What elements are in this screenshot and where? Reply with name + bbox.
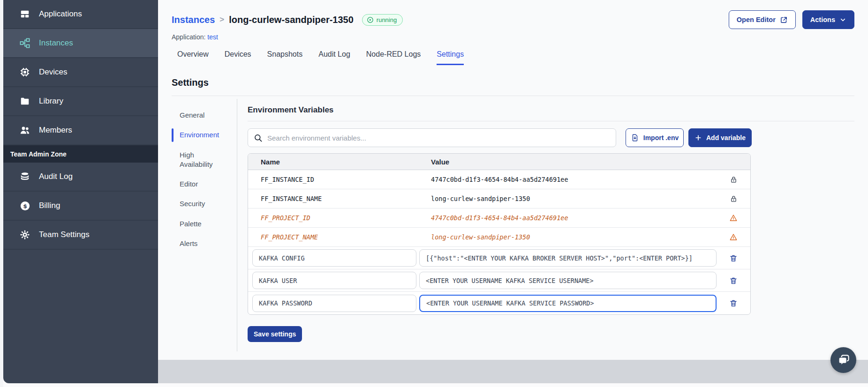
external-link-icon [780, 16, 788, 24]
chat-bubbles-icon [837, 353, 851, 367]
env-var-name-input[interactable] [252, 272, 416, 289]
tab-snapshots[interactable]: Snapshots [267, 50, 303, 65]
env-var-name-input[interactable] [252, 249, 416, 267]
search-box [248, 128, 616, 147]
bottom-gray-band [158, 360, 868, 383]
sidebar-item-billing[interactable]: $ Billing [3, 192, 158, 221]
table-row: FF_INSTANCE_NAME long-curlew-sandpiper-1… [248, 189, 750, 208]
sidebar-item-label: Members [39, 126, 72, 135]
save-settings-button[interactable]: Save settings [248, 326, 302, 342]
team-settings-gear-icon [19, 229, 30, 240]
table-header-row: Name Value [248, 154, 750, 170]
breadcrumb-instances-link[interactable]: Instances [172, 15, 215, 25]
applications-icon [19, 8, 30, 20]
sidebar-item-devices[interactable]: Devices [3, 58, 158, 87]
sidebar-item-audit-log[interactable]: Audit Log [3, 163, 158, 192]
env-var-value-input-focused[interactable] [419, 295, 717, 312]
column-header-name: Name [248, 158, 419, 166]
settings-nav-security[interactable]: Security [172, 194, 237, 214]
environment-toolbar: Import .env Add variable [248, 128, 854, 147]
sidebar-item-applications[interactable]: Applications [3, 0, 158, 29]
settings-section: Settings General Environment High Availa… [158, 65, 868, 351]
settings-nav-editor[interactable]: Editor [172, 174, 237, 194]
application-line: Application: test [172, 33, 854, 41]
env-var-value: 4747c0bd-d1f3-4654-84b4-aa5d274691ee [419, 214, 717, 222]
sidebar-item-team-settings[interactable]: Team Settings [3, 221, 158, 250]
settings-nav-palette[interactable]: Palette [172, 214, 237, 234]
application-label: Application: [172, 33, 205, 41]
environment-variables-table: Name Value FF_INSTANCE_ID 4747c0bd-d1f3-… [248, 153, 751, 315]
env-var-name: FF_PROJECT_NAME [248, 233, 419, 241]
sidebar-section-label: Team Admin Zone [10, 150, 67, 158]
sidebar-item-label: Billing [39, 201, 60, 210]
tab-node-red-logs[interactable]: Node-RED Logs [366, 50, 421, 65]
page-left-gutter [0, 0, 3, 387]
actions-label: Actions [810, 16, 835, 23]
trash-icon [729, 254, 738, 262]
sidebar-item-library[interactable]: Library [3, 87, 158, 116]
env-var-value-input[interactable] [419, 272, 717, 289]
page-header: Instances > long-curlew-sandpiper-1350 r… [158, 0, 868, 41]
settings-nav-high-availability[interactable]: High Availability [172, 145, 237, 175]
chat-widget-button[interactable] [830, 347, 856, 373]
table-row [248, 292, 750, 314]
delete-variable-button[interactable] [728, 298, 739, 308]
instance-tabs: Overview Devices Snapshots Audit Log Nod… [158, 50, 868, 65]
lock-icon [730, 195, 738, 203]
delete-variable-button[interactable] [728, 275, 739, 286]
instances-icon [19, 37, 30, 49]
table-row: FF_PROJECT_ID 4747c0bd-d1f3-4654-84b4-aa… [248, 208, 750, 228]
tab-audit-log[interactable]: Audit Log [318, 50, 350, 65]
search-input[interactable] [267, 134, 610, 142]
environment-panel: Environment Variables Import .env Add va… [237, 99, 854, 351]
devices-icon [19, 67, 30, 78]
open-editor-button[interactable]: Open Editor [729, 10, 796, 29]
sidebar-item-label: Library [39, 97, 63, 106]
tab-overview[interactable]: Overview [177, 50, 209, 65]
add-variable-button[interactable]: Add variable [688, 128, 752, 147]
env-var-name: FF_PROJECT_ID [248, 214, 419, 222]
lock-icon [730, 176, 738, 184]
delete-variable-button[interactable] [728, 253, 739, 263]
warning-icon [729, 233, 738, 241]
settings-divider [172, 96, 854, 96]
table-row [248, 269, 750, 292]
sidebar-item-instances[interactable]: Instances [3, 29, 158, 58]
import-env-label: Import .env [643, 134, 679, 141]
main-content: Instances > long-curlew-sandpiper-1350 r… [158, 0, 868, 360]
table-row [248, 247, 750, 269]
settings-nav-alerts[interactable]: Alerts [172, 234, 237, 253]
env-var-value: 4747c0bd-d1f3-4654-84b4-aa5d274691ee [419, 176, 717, 183]
actions-button[interactable]: Actions [802, 10, 854, 29]
audit-log-icon [19, 171, 30, 182]
sidebar-item-label: Applications [39, 9, 82, 19]
plus-icon [694, 134, 702, 141]
search-icon [254, 134, 263, 142]
warning-icon [729, 214, 738, 222]
settings-nav: General Environment High Availability Ed… [172, 99, 237, 351]
settings-title: Settings [172, 77, 854, 88]
members-icon [19, 125, 30, 136]
import-env-button[interactable]: Import .env [626, 128, 684, 147]
column-header-value: Value [419, 158, 717, 166]
import-file-icon [631, 134, 639, 142]
sidebar-section-team-admin-zone: Team Admin Zone [3, 145, 158, 163]
trash-icon [729, 299, 738, 307]
tab-devices[interactable]: Devices [225, 50, 251, 65]
page-title-instance-name: long-curlew-sandpiper-1350 [229, 15, 354, 25]
billing-icon: $ [19, 200, 30, 211]
application-name-link[interactable]: test [207, 33, 218, 41]
env-var-name: FF_INSTANCE_NAME [248, 195, 419, 202]
add-variable-label: Add variable [706, 134, 746, 141]
env-var-name-input[interactable] [252, 295, 416, 312]
sidebar-item-members[interactable]: Members [3, 116, 158, 145]
env-var-value-input[interactable] [419, 249, 717, 267]
bottom-white-strip [3, 383, 868, 387]
status-badge: running [362, 14, 403, 26]
running-play-icon [367, 16, 374, 23]
trash-icon [729, 276, 738, 285]
tab-settings[interactable]: Settings [437, 50, 464, 65]
settings-nav-environment[interactable]: Environment [172, 125, 237, 145]
svg-text:$: $ [23, 202, 27, 209]
settings-nav-general[interactable]: General [172, 105, 237, 125]
